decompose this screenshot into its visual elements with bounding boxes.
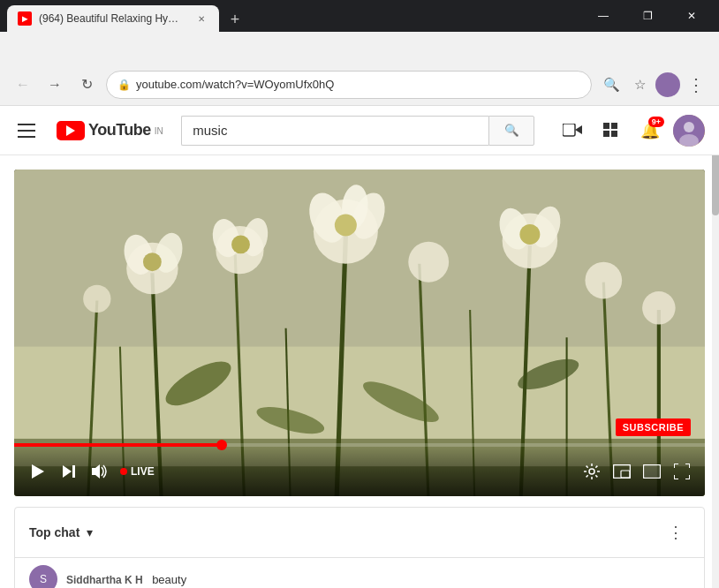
chat-username: Siddhartha K H [66,574,143,586]
search-button[interactable]: 🔍 [488,116,534,146]
upload-icon [563,124,582,138]
hamburger-line-2 [18,130,35,132]
theater-icon [643,464,661,479]
lock-icon: 🔒 [117,79,131,91]
new-tab-button[interactable]: + [223,7,247,32]
svg-point-54 [589,469,594,474]
settings-icon [584,464,600,479]
chat-title: Top chat [29,525,79,539]
live-dot [120,468,127,475]
live-badge: LIVE [120,465,155,478]
svg-rect-56 [621,471,630,478]
tab-close-button[interactable]: ✕ [194,11,208,26]
fullscreen-icon [674,464,690,479]
browser-tab[interactable]: ▶ (964) Beautiful Relaxing Hymns, ✕ [7,5,219,32]
svg-rect-58 [645,466,659,477]
chat-message-text: beauty [152,573,186,586]
settings-button[interactable] [579,459,604,484]
right-video-controls [579,459,694,484]
minimize-button[interactable]: — [583,0,624,32]
svg-marker-51 [63,465,72,478]
hamburger-menu[interactable] [14,117,42,145]
video-container[interactable]: SUBSCRIBE [14,170,705,496]
svg-point-40 [83,285,110,313]
svg-rect-55 [614,465,631,479]
forward-button[interactable]: → [42,72,67,97]
url-bar[interactable]: 🔒 youtube.com/watch?v=WOyomUfx0hQ [106,71,592,99]
fullscreen-button[interactable] [670,459,694,484]
mute-button[interactable] [88,459,113,484]
search-browser-button[interactable]: 🔍 [599,72,624,97]
youtube-page: YouTube IN 🔍 [0,106,719,588]
hamburger-line-1 [18,124,35,125]
search-icon: 🔍 [504,124,519,137]
play-icon [29,464,45,479]
chat-message-content: Siddhartha K H beauty [66,571,186,587]
browser-titlebar: ▶ (964) Beautiful Relaxing Hymns, ✕ + — … [0,0,719,32]
miniplayer-button[interactable] [609,459,634,484]
svg-rect-0 [563,124,575,136]
svg-point-7 [684,122,694,132]
youtube-logo-icon [57,121,85,140]
miniplayer-icon [613,464,631,479]
chat-user-avatar: S [29,565,57,588]
youtube-logo[interactable]: YouTube IN [57,121,163,140]
browser-profile-avatar[interactable] [655,72,680,97]
svg-marker-53 [92,464,100,479]
page-scrollbar[interactable] [712,106,719,588]
bookmark-button[interactable]: ☆ [627,72,652,97]
chat-more-button[interactable]: ⋮ [662,518,690,547]
search-input[interactable] [181,116,488,146]
svg-point-39 [231,235,250,253]
svg-point-43 [585,262,622,299]
svg-point-35 [519,224,540,245]
youtube-country-label: IN [155,126,163,136]
skip-next-icon [61,464,77,479]
svg-rect-4 [603,131,609,137]
search-bar: 🔍 [181,116,534,146]
youtube-logo-text: YouTube [88,121,151,139]
notification-badge: 9+ [648,117,664,127]
chat-section: Top chat ▾ ⋮ S Siddhartha K H beauty [14,507,705,588]
chat-header: Top chat ▾ ⋮ [15,508,704,558]
notification-button[interactable]: 🔔 9+ [634,115,666,147]
svg-marker-1 [575,125,582,134]
subscribe-overlay-button[interactable]: SUBSCRIBE [616,418,691,436]
youtube-header: YouTube IN 🔍 [0,106,719,155]
svg-point-27 [335,214,357,236]
close-button[interactable]: ✕ [671,0,712,32]
address-bar: ← → ↻ 🔒 youtube.com/watch?v=WOyomUfx0hQ … [0,64,719,106]
play-pause-button[interactable] [25,459,49,484]
grid-icon [603,123,619,139]
tab-title: (964) Beautiful Relaxing Hymns, [39,12,187,25]
hamburger-line-3 [18,136,35,138]
live-label: LIVE [131,465,155,478]
skip-next-button[interactable] [57,459,81,484]
chat-message: S Siddhartha K H beauty [15,558,704,588]
svg-point-31 [143,253,162,271]
header-right-controls: 🔔 9+ [556,115,705,147]
svg-rect-5 [611,131,617,137]
chat-dropdown-arrow[interactable]: ▾ [87,525,93,539]
user-avatar[interactable] [673,115,705,147]
grid-menu-button[interactable] [595,115,627,147]
svg-rect-52 [72,465,75,478]
theater-button[interactable] [640,459,664,484]
volume-icon [92,464,110,479]
reload-button[interactable]: ↻ [74,72,99,97]
maximize-button[interactable]: ❐ [627,0,668,32]
back-button[interactable]: ← [11,72,35,97]
svg-marker-50 [32,464,44,479]
svg-rect-2 [603,123,609,129]
svg-point-42 [408,242,449,283]
tab-favicon: ▶ [18,11,32,26]
url-text: youtube.com/watch?v=WOyomUfx0hQ [136,78,334,91]
svg-rect-3 [611,123,617,129]
avatar-image [673,115,705,147]
svg-point-41 [642,291,676,325]
browser-menu-button[interactable]: ⋮ [684,72,708,97]
upload-button[interactable] [556,115,588,147]
video-controls: LIVE [14,447,705,496]
